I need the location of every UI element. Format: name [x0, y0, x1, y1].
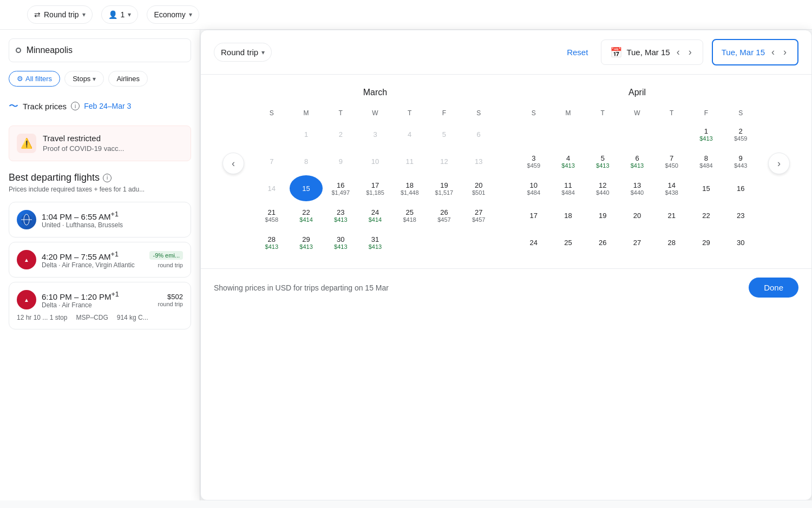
calendar-icon-depart: 📅 [610, 47, 622, 58]
flight-card-3[interactable]: ▲ 6:10 PM – 1:20 PM+1 Delta · Air France… [9, 282, 191, 329]
april-day-8[interactable]: 8$484 [690, 148, 723, 174]
calendar-trip-type-selector[interactable]: Round trip ▾ [214, 43, 272, 62]
march-day-21[interactable]: 21$458 [255, 202, 289, 228]
april-day-5[interactable]: 5$413 [586, 148, 619, 174]
march-day-10: 10 [358, 148, 392, 174]
april-day-18[interactable]: 18 [552, 202, 585, 228]
info-icon[interactable]: i [103, 174, 112, 182]
april-day-23[interactable]: 23 [724, 202, 757, 228]
trip-type-label: Round trip [44, 10, 79, 19]
passengers-button[interactable]: 👤 1 ▾ [101, 5, 139, 24]
march-day-14: 14 [255, 175, 289, 201]
march-day-24[interactable]: 24$414 [358, 202, 392, 228]
april-day-1[interactable]: 1$413 [690, 121, 723, 147]
april-calendar: April S M T W T F S 1$413 [517, 88, 757, 255]
april-day-4[interactable]: 4$413 [552, 148, 585, 174]
flight-1-times: 1:04 PM – 6:55 AM+1 [42, 210, 123, 221]
filters-row: ⚙ All filters Stops ▾ Airlines [9, 71, 191, 87]
done-button[interactable]: Done [749, 278, 798, 298]
april-empty-1 [517, 121, 551, 147]
april-day-24[interactable]: 24 [517, 229, 551, 255]
march-day-17[interactable]: 17$1,185 [358, 175, 392, 201]
airlines-filter-button[interactable]: Airlines [108, 71, 148, 87]
april-day-26[interactable]: 26 [586, 229, 619, 255]
sidebar: ⚙ All filters Stops ▾ Airlines 〜 Track p… [0, 30, 200, 500]
all-filters-button[interactable]: ⚙ All filters [9, 71, 60, 87]
return-next-button[interactable]: › [781, 44, 789, 60]
april-day-30[interactable]: 30 [724, 229, 757, 255]
travel-restricted-subtitle: Proof of COVID-19 vacc... [43, 144, 124, 153]
april-day-25[interactable]: 25 [552, 229, 585, 255]
calendar-next-button[interactable]: › [768, 153, 790, 174]
march-day-27[interactable]: 27$457 [462, 202, 495, 228]
april-day-21[interactable]: 21 [655, 202, 689, 228]
passengers-label: 1 [121, 10, 125, 19]
calendar-footer: Showing prices in USD for trips departin… [201, 268, 811, 306]
march-day-19[interactable]: 19$1,517 [428, 175, 461, 201]
april-day-3[interactable]: 3$459 [517, 148, 551, 174]
origin-input[interactable] [27, 45, 184, 55]
april-day-16[interactable]: 16 [724, 175, 757, 201]
april-empty-3 [586, 121, 619, 147]
april-day-17[interactable]: 17 [517, 202, 551, 228]
origin-dot-icon [16, 48, 21, 53]
main-layout: ⚙ All filters Stops ▾ Airlines 〜 Track p… [0, 30, 812, 500]
april-title: April [517, 88, 757, 97]
sliders-icon: ⚙ [17, 75, 23, 83]
april-day-12[interactable]: 12$440 [586, 175, 619, 201]
march-day-23[interactable]: 23$413 [324, 202, 357, 228]
depart-date-nav[interactable]: 📅 Tue, Mar 15 ‹ › [601, 39, 703, 65]
april-day-10[interactable]: 10$484 [517, 175, 551, 201]
march-day-18[interactable]: 18$1,448 [393, 175, 427, 201]
march-day-30[interactable]: 30$413 [324, 229, 357, 255]
flight-card-1[interactable]: 1:04 PM – 6:55 AM+1 United · Lufthansa, … [9, 202, 191, 237]
return-date-nav[interactable]: Tue, Mar 15 ‹ › [712, 39, 798, 65]
depart-prev-button[interactable]: ‹ [675, 44, 682, 60]
return-prev-button[interactable]: ‹ [769, 44, 777, 60]
april-day-28[interactable]: 28 [655, 229, 689, 255]
day-header-s1: S [255, 106, 289, 120]
cabin-button[interactable]: Economy ▾ [147, 5, 199, 24]
march-day-28[interactable]: 28$413 [255, 229, 289, 255]
april-day-27[interactable]: 27 [620, 229, 654, 255]
day-header-f2: F [690, 106, 723, 120]
march-day-25[interactable]: 25$418 [393, 202, 427, 228]
day-header-f1: F [428, 106, 461, 120]
march-day-26[interactable]: 26$457 [428, 202, 461, 228]
april-day-11[interactable]: 11$484 [552, 175, 585, 201]
april-day-7[interactable]: 7$450 [655, 148, 689, 174]
flight-3-times: 6:10 PM – 1:20 PM+1 [42, 291, 153, 301]
stops-filter-button[interactable]: Stops ▾ [64, 71, 104, 87]
april-day-6[interactable]: 6$413 [620, 148, 654, 174]
march-day-16[interactable]: 16$1,497 [324, 175, 357, 201]
march-day-29[interactable]: 29$413 [290, 229, 323, 255]
april-day-19[interactable]: 19 [586, 202, 619, 228]
april-day-14[interactable]: 14$438 [655, 175, 689, 201]
april-day-15[interactable]: 15 [690, 175, 723, 201]
april-day-13[interactable]: 13$440 [620, 175, 654, 201]
flight-2-trip: round trip [158, 262, 183, 268]
march-day-22[interactable]: 22$414 [290, 202, 323, 228]
flight-card-2[interactable]: ▲ 4:20 PM – 7:55 AM+1 Delta · Air France… [9, 242, 191, 278]
track-prices-info-icon[interactable]: i [71, 102, 80, 110]
april-day-20[interactable]: 20 [620, 202, 654, 228]
march-day-8: 8 [290, 148, 323, 174]
calendar-overlay: Round trip ▾ Reset 📅 Tue, Mar 15 ‹ › Tue… [200, 30, 812, 500]
march-day-31[interactable]: 31$413 [358, 229, 392, 255]
airline-logo-delta-1: ▲ [17, 250, 36, 269]
search-origin[interactable] [9, 38, 191, 62]
day-header-w2: W [620, 106, 654, 120]
march-day-20[interactable]: 20$501 [462, 175, 495, 201]
april-day-9[interactable]: 9$443 [724, 148, 757, 174]
march-day-15[interactable]: 15 [290, 175, 323, 201]
depart-next-button[interactable]: › [686, 44, 694, 60]
trip-type-chevron-icon: ▾ [82, 11, 86, 18]
calendar-prev-button[interactable]: ‹ [222, 153, 244, 174]
april-day-22[interactable]: 22 [690, 202, 723, 228]
march-title: March [255, 88, 495, 97]
calendar-trip-type-label: Round trip [221, 48, 258, 57]
trip-type-button[interactable]: ⇄ Round trip ▾ [27, 5, 93, 24]
april-day-29[interactable]: 29 [690, 229, 723, 255]
april-day-2[interactable]: 2$459 [724, 121, 757, 147]
reset-button[interactable]: Reset [562, 43, 592, 61]
